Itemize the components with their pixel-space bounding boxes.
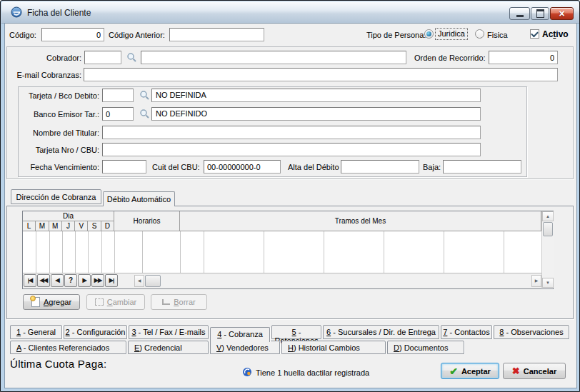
cobrador-label: Cobrador: <box>30 54 81 63</box>
nav-first-button[interactable]: |◀ <box>24 274 36 287</box>
day-col-m2: M <box>49 221 62 231</box>
tarjeta-debito-input[interactable] <box>102 89 134 102</box>
gridline <box>49 231 50 273</box>
radio-fisica-label[interactable]: Fisica <box>487 31 508 40</box>
scroll-down-icon[interactable]: ▼ <box>542 278 554 288</box>
huella-status-text: Tiene 1 huella dactilar registrada <box>256 368 369 378</box>
gridline <box>75 231 76 273</box>
day-subheaders: L M M J V S D <box>23 221 114 231</box>
tarjeta-nro-cbu-label: Tarjeta Nro / CBU: <box>21 146 99 155</box>
gridline <box>504 231 504 273</box>
radio-juridica-label[interactable]: Juridica <box>435 28 468 40</box>
radio-fisica[interactable] <box>475 29 484 39</box>
maximize-icon <box>536 9 544 18</box>
day-col-s: S <box>88 221 101 231</box>
alta-debito-input[interactable] <box>341 160 419 174</box>
tab-1-general[interactable]: 1 - General <box>10 325 62 339</box>
close-button[interactable]: × <box>550 7 574 20</box>
cobrador-input[interactable] <box>84 51 121 64</box>
gridline <box>62 231 63 273</box>
gridline <box>142 231 143 273</box>
radio-juridica[interactable] <box>424 29 434 39</box>
cambiar-button[interactable]: Cambiar <box>86 294 145 310</box>
tab-6-sucursales-dir-entrega[interactable]: 6 - Sucursales / Dir. de Entrega <box>323 325 439 339</box>
tipo-persona-label: Tipo de Persona: <box>366 31 426 40</box>
email-cobranzas-input[interactable] <box>84 68 558 81</box>
fecha-vencimiento-input[interactable] <box>102 160 146 174</box>
tab-direccion-de-cobranza[interactable]: Dirección de Cobranza <box>11 189 101 204</box>
banco-emisor-label: Banco Emisor Tar.: <box>21 110 99 119</box>
horarios-grid: Dia L M M J V S D Horarios Tramos del Me… <box>22 211 554 289</box>
tab-5-retenciones[interactable]: 5 - Retenciones <box>271 325 321 339</box>
tab-8-observaciones[interactable]: 8 - Observaciones <box>494 325 569 339</box>
borrar-button[interactable]: Borrar <box>151 294 207 310</box>
aceptar-button[interactable]: ✔ Aceptar <box>441 363 499 379</box>
tab-e-credencial[interactable]: E) Credencial <box>128 341 209 354</box>
alta-debito-label: Alta del Débito <box>288 163 339 172</box>
orden-recorrido-label: Orden de Recorrido: <box>414 54 486 63</box>
tab-7-contactos[interactable]: 7 - Contactos <box>441 325 492 339</box>
gridline <box>36 231 36 273</box>
minimize-button[interactable] <box>509 7 530 20</box>
gridline <box>101 231 102 273</box>
cobrador-search-icon[interactable] <box>126 52 137 63</box>
codigo-input[interactable] <box>41 28 104 41</box>
grid-body[interactable] <box>23 231 541 273</box>
scroll-left-icon[interactable]: ◀ <box>134 275 144 287</box>
gridline <box>324 231 324 273</box>
gridline <box>384 231 384 273</box>
scroll-up-icon[interactable]: ▲ <box>542 211 554 221</box>
day-col-d: D <box>101 221 114 231</box>
tab-a-clientes-referenciados[interactable]: A - Clientes Referenciados <box>10 341 126 354</box>
check-icon: ✔ <box>449 366 458 376</box>
gridline <box>204 231 204 273</box>
scroll-right-icon[interactable]: ▶ <box>531 275 541 287</box>
banco-emisor-input[interactable] <box>102 107 134 121</box>
tarjeta-search-icon[interactable] <box>139 90 150 101</box>
nav-prev-button[interactable]: ◀ <box>51 274 64 287</box>
nav-fast-back-button[interactable]: ◀◀ <box>37 274 50 287</box>
checkmark-icon <box>531 30 539 38</box>
cancelar-button[interactable]: ✖ Cancelar <box>503 363 566 379</box>
tab-2-configuracion[interactable]: 2 - Configuración <box>64 325 127 339</box>
maximize-button[interactable] <box>531 7 549 20</box>
titular-input[interactable] <box>102 126 481 139</box>
app-icon <box>11 6 22 18</box>
dia-column-header: Dia <box>23 211 114 221</box>
tab-v-vendedores[interactable]: V) Vendedores <box>210 341 280 354</box>
h-scroll-thumb[interactable] <box>145 275 161 287</box>
titular-label: Nombre del Titular: <box>21 129 99 138</box>
codigo-anterior-label: Código Anterior: <box>109 31 165 40</box>
aceptar-label: Aceptar <box>461 367 491 376</box>
tarjeta-nro-cbu-input[interactable] <box>102 143 481 156</box>
tab-4-cobranza[interactable]: 4 - Cobranza <box>210 327 270 342</box>
nav-last-button[interactable]: ▶| <box>105 274 118 287</box>
tarjeta-desc-field: NO DEFINIDA <box>151 89 481 102</box>
agregar-button[interactable]: Agregar <box>23 294 80 310</box>
tab-h-historial-cambios[interactable]: H) Historial Cambios <box>281 341 386 354</box>
nav-next-button[interactable]: ▶ <box>78 274 91 287</box>
tab-debito-automatico[interactable]: Débito Automático <box>103 191 175 206</box>
close-icon: × <box>559 9 564 19</box>
activo-label[interactable]: Activo <box>542 30 569 39</box>
nav-search-button[interactable]: ? <box>64 274 77 287</box>
day-col-m1: M <box>36 221 49 231</box>
agregar-label: Agregar <box>44 298 71 306</box>
cancelar-label: Cancelar <box>524 367 556 376</box>
nav-fast-forward-button[interactable]: ▶▶ <box>91 274 104 287</box>
cuit-cbu-input[interactable] <box>204 160 281 174</box>
vertical-scrollbar[interactable]: ▲ ▼ <box>541 211 554 288</box>
day-col-l: L <box>23 221 36 231</box>
fingerprint-icon <box>242 367 252 377</box>
orden-recorrido-input[interactable] <box>489 51 558 64</box>
codigo-anterior-input[interactable] <box>169 28 264 41</box>
horizontal-scrollbar[interactable]: ◀ ▶ <box>134 275 541 287</box>
cross-icon: ✖ <box>512 366 520 376</box>
baja-input[interactable] <box>443 160 521 174</box>
tab-d-documentos[interactable]: D) Documentos <box>387 341 464 354</box>
v-scroll-thumb[interactable] <box>543 222 553 236</box>
activo-checkbox[interactable] <box>530 29 539 39</box>
banco-search-icon[interactable] <box>139 109 150 119</box>
titlebar[interactable]: Ficha del Cliente × <box>1 1 579 24</box>
tab-3-tel-fax-emails[interactable]: 3 - Tel / Fax / E-mails <box>129 325 209 339</box>
